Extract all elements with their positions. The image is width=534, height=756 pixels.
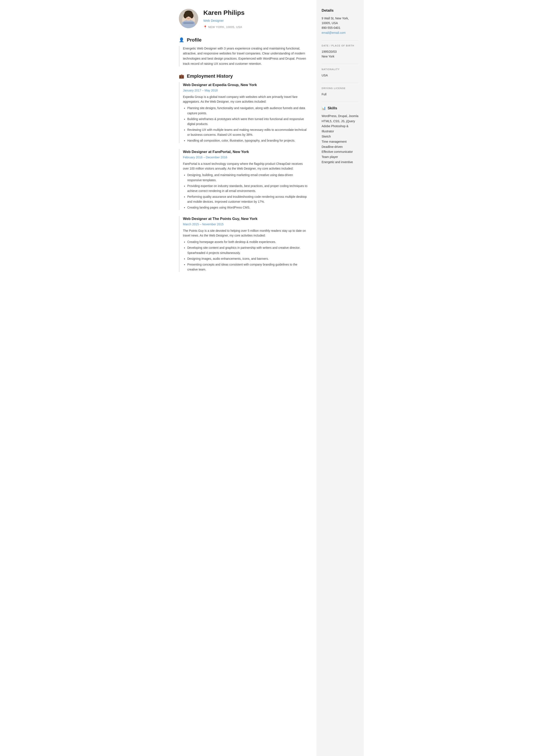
skill-item: WordPress, Drupal, Joomla — [321, 114, 359, 119]
job-dates: January 2017 – May 2018 — [183, 88, 308, 93]
profile-section: 👤 Profile Energetic Web Designer with 3 … — [179, 36, 308, 67]
job-item: Web Designer at FarePortal, New YorkFebr… — [179, 149, 308, 210]
nationality: USA — [321, 73, 359, 78]
avatar — [179, 9, 198, 28]
divider-2 — [321, 64, 359, 64]
location-icon: 📍 — [203, 25, 207, 30]
skills-container: WordPress, Drupal, JoomlaHTML5, CSS, JS,… — [321, 114, 359, 165]
skills-section: 📊 Skills WordPress, Drupal, JoomlaHTML5,… — [321, 105, 359, 165]
svg-point-7 — [187, 16, 188, 17]
candidate-location: 📍 NEW YORK, 10005, USA — [203, 25, 245, 30]
job-description: Expedia Group is a global travel company… — [183, 94, 308, 104]
bullet-item: Developing site content and graphics in … — [187, 245, 308, 255]
license: Full — [321, 92, 359, 96]
bullet-item: Handling all composition, color, illustr… — [187, 138, 308, 143]
job-bullets: Creating homepage assets for both deskto… — [183, 239, 308, 272]
skill-item: Time management — [321, 139, 359, 145]
employment-section: 💼 Employment History Web Designer at Exp… — [179, 72, 308, 272]
address: 9 Wall St, New York, 10005, USA — [321, 16, 359, 26]
details-section: Details 9 Wall St, New York, 10005, USA … — [321, 8, 359, 35]
nationality-label: NATIONALITY — [321, 68, 359, 71]
candidate-title: Web Designer — [203, 18, 245, 23]
skills-icon: 📊 — [321, 106, 326, 111]
job-dates: March 2015 – November 2015 — [183, 222, 308, 227]
skill-item: Adobe Photoshop & Illustrator — [321, 124, 359, 134]
job-title-text: Web Designer at FarePortal, New York — [183, 149, 308, 155]
skill-item: HTML5, CSS, JS, jQuery — [321, 119, 359, 124]
bullet-item: Designing images, audio enhancements, ic… — [187, 256, 308, 261]
bullet-item: Creating homepage assets for both deskto… — [187, 239, 308, 244]
skill-item: Sketch — [321, 134, 359, 139]
job-item: Web Designer at The Points Guy, New York… — [179, 216, 308, 272]
profile-icon: 👤 — [179, 37, 184, 43]
bullet-item: Planning site designs, functionality and… — [187, 106, 308, 116]
bullet-item: Presenting concepts and ideas consistent… — [187, 262, 308, 272]
bullet-item: Reviewing UX with multiple teams and mak… — [187, 127, 308, 137]
job-bullets: Planning site designs, functionality and… — [183, 106, 308, 143]
svg-point-8 — [190, 16, 191, 17]
license-section: DRIVING LICENSE Full — [321, 87, 359, 96]
svg-point-6 — [190, 13, 193, 18]
birth-label: DATE / PLACE OF BIRTH — [321, 44, 359, 47]
skill-item: Deadline-driven — [321, 145, 359, 149]
employment-title: 💼 Employment History — [179, 72, 308, 80]
job-description: The Points Guy is a site devoted to help… — [183, 228, 308, 238]
job-title-text: Web Designer at The Points Guy, New York — [183, 216, 308, 222]
job-dates: February 2016 – December 2016 — [183, 155, 308, 160]
bullet-item: Creating landing pages using WordPress C… — [187, 205, 308, 210]
header: Karen Philips Web Designer 📍 NEW YORK, 1… — [179, 8, 308, 30]
job-description: FarePortal is a travel technology compan… — [183, 161, 308, 171]
profile-text: Energetic Web Designer with 3 years expe… — [179, 46, 308, 67]
job-bullets: Designing, building, and maintaining mar… — [183, 173, 308, 210]
jobs-container: Web Designer at Expedia Group, New YorkJ… — [179, 82, 308, 272]
profile-title: 👤 Profile — [179, 36, 308, 43]
birth-section: DATE / PLACE OF BIRTH 1995/20/03 New Yor… — [321, 44, 359, 59]
license-label: DRIVING LICENSE — [321, 87, 359, 90]
svg-point-5 — [184, 13, 187, 18]
bullet-item: Building wireframes & prototypes which w… — [187, 117, 308, 126]
skill-item: Effective communicator — [321, 149, 359, 154]
phone: 890-555-0401 — [321, 25, 359, 30]
nationality-section: NATIONALITY USA — [321, 68, 359, 78]
bullet-item: Designing, building, and maintaining mar… — [187, 173, 308, 182]
header-info: Karen Philips Web Designer 📍 NEW YORK, 1… — [203, 8, 245, 30]
skill-item: Team player — [321, 154, 359, 160]
bullet-item: Performing quality assurance and trouble… — [187, 194, 308, 204]
sidebar: Details 9 Wall St, New York, 10005, USA … — [317, 0, 364, 756]
bullet-item: Providing expertise on industry standard… — [187, 183, 308, 194]
main-content: Karen Philips Web Designer 📍 NEW YORK, 1… — [170, 0, 317, 756]
email-link[interactable]: email@email.com — [321, 31, 345, 35]
svg-rect-9 — [183, 22, 194, 24]
job-title-text: Web Designer at Expedia Group, New York — [183, 82, 308, 88]
birth-place: New York — [321, 54, 359, 59]
divider-4 — [321, 102, 359, 102]
job-item: Web Designer at Expedia Group, New YorkJ… — [179, 82, 308, 143]
resume-page: Karen Philips Web Designer 📍 NEW YORK, 1… — [170, 0, 364, 756]
skill-item: Energetic and inventive — [321, 160, 359, 165]
birth-date: 1995/20/03 — [321, 49, 359, 54]
candidate-name: Karen Philips — [203, 8, 245, 17]
skills-title: 📊 Skills — [321, 105, 359, 111]
divider-1 — [321, 40, 359, 40]
details-title: Details — [321, 8, 359, 14]
employment-icon: 💼 — [179, 73, 184, 79]
